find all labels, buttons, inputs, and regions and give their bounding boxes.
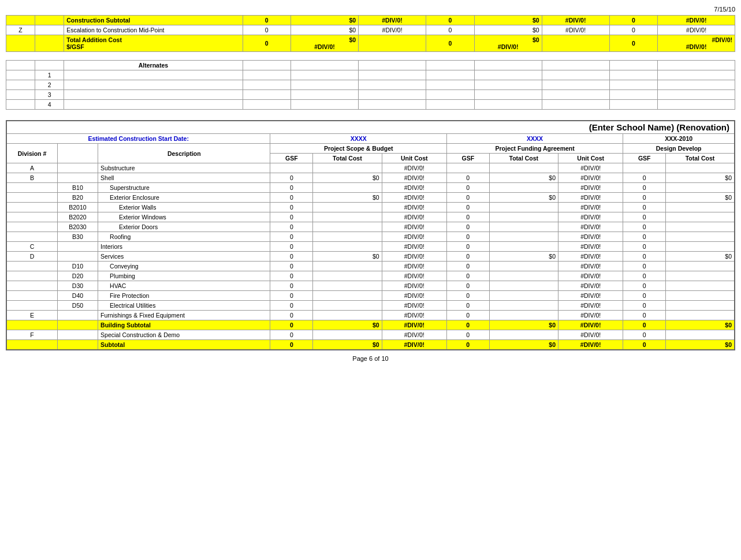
- gsf3-A: [623, 163, 666, 173]
- unit1-B20: #DIV/0!: [382, 193, 446, 203]
- unit2-B30: #DIV/0!: [558, 232, 623, 242]
- bs-total1: $0: [313, 320, 382, 330]
- cs-unit1: #DIV/0!: [359, 16, 426, 25]
- gsf2-B2010: 0: [446, 203, 489, 212]
- sub-D20: D20: [57, 271, 98, 281]
- unit1-B30: #DIV/0!: [382, 232, 446, 242]
- alternates-section: Alternates 1: [6, 60, 735, 110]
- total3-F: [666, 330, 735, 340]
- div-D: D: [6, 252, 57, 262]
- alt1-e5: [426, 70, 475, 80]
- div-C: C: [6, 242, 57, 252]
- div-E: E: [6, 311, 57, 320]
- bs-e1: [6, 320, 57, 330]
- unit1-E: #DIV/0!: [382, 311, 446, 320]
- total3-D: $0: [666, 252, 735, 262]
- bs-unit1: #DIV/0!: [382, 320, 446, 330]
- gsf3-header: GSF: [623, 154, 666, 163]
- esc-gsf1: 0: [243, 25, 291, 35]
- gsf1-B2020: 0: [270, 212, 313, 222]
- total2-D30: [489, 281, 558, 291]
- unit2-E: #DIV/0!: [558, 311, 623, 320]
- col3-group-header: Design Develop: [623, 144, 735, 154]
- esc-prefix: Z: [6, 25, 35, 35]
- alternates-table: Alternates 1: [6, 60, 735, 110]
- alt3-num: 3: [35, 90, 64, 100]
- col2-ref: XXXX: [446, 134, 623, 144]
- alt3-desc: [64, 90, 243, 100]
- div-B20: [6, 193, 57, 203]
- total2-B: $0: [489, 173, 558, 183]
- gsf2-D20: 0: [446, 271, 489, 281]
- total3-D10: [666, 262, 735, 271]
- label-D40: Fire Protection: [98, 291, 270, 301]
- row-B30: B30 Roofing 0 #DIV/0! 0 #DIV/0! 0: [6, 232, 735, 242]
- ta-gsf2: 0: [426, 35, 475, 52]
- alt2-num: 2: [35, 80, 64, 90]
- esc-total1: $0: [291, 25, 359, 35]
- total3-D40: [666, 291, 735, 301]
- ta-gsf-unit3: #DIV/0!: [660, 43, 732, 50]
- col2-group-header: Project Funding Agreement: [446, 144, 623, 154]
- total2-header: Total Cost: [489, 154, 558, 163]
- label-D20: Plumbing: [98, 271, 270, 281]
- sub-D50: D50: [57, 301, 98, 311]
- gsf2-E: 0: [446, 311, 489, 320]
- description-header: Description: [98, 144, 270, 163]
- ta-gsf3: 0: [609, 35, 658, 52]
- total3-B2020: [666, 212, 735, 222]
- total2-B2020: [489, 212, 558, 222]
- label-F: Special Construction & Demo: [98, 330, 270, 340]
- col3-ref: XXX-2010: [623, 134, 735, 144]
- unit2-D10: #DIV/0!: [558, 262, 623, 271]
- unit1-D20: #DIV/0!: [382, 271, 446, 281]
- row-D40: D40 Fire Protection 0 #DIV/0! 0 #DIV/0! …: [6, 291, 735, 301]
- total1-B30: [313, 232, 382, 242]
- alt-h-e10: [658, 61, 735, 70]
- alt-h-e6: [426, 61, 475, 70]
- st-e1: [6, 340, 57, 350]
- gsf1-D50: 0: [270, 301, 313, 311]
- alt4-e7: [542, 100, 609, 110]
- gsf3-B20: 0: [623, 193, 666, 203]
- gsf2-C: 0: [446, 242, 489, 252]
- group-header-row: Division # Description Project Scope & B…: [6, 144, 735, 154]
- bs-gsf3: 0: [623, 320, 666, 330]
- alt1-e1: [6, 70, 35, 80]
- gsf2-B2020: 0: [446, 212, 489, 222]
- alt-item-2: 2: [6, 80, 735, 90]
- esc-label: Escalation to Construction Mid-Point: [64, 25, 243, 35]
- row-D10: D10 Conveying 0 #DIV/0! 0 #DIV/0! 0: [6, 262, 735, 271]
- total3-B2010: [666, 203, 735, 212]
- alt4-e4: [359, 100, 426, 110]
- total1-D20: [313, 271, 382, 281]
- st-gsf3: 0: [623, 340, 666, 350]
- start-date-row: Estimated Construction Start Date: XXXX …: [6, 134, 735, 144]
- alt3-e8: [609, 90, 658, 100]
- gsf3-B10: 0: [623, 183, 666, 193]
- gsf1-A: [270, 163, 313, 173]
- div-B30: [6, 232, 57, 242]
- unit2-D: #DIV/0!: [558, 252, 623, 262]
- ta-gsf-label: $/GSF: [66, 43, 240, 50]
- ta-e3: [359, 35, 426, 52]
- unit2-B2020: #DIV/0!: [558, 212, 623, 222]
- gsf2-B20: 0: [446, 193, 489, 203]
- alt2-e4: [359, 80, 426, 90]
- alt4-desc: [64, 100, 243, 110]
- sub-B: [57, 173, 98, 183]
- gsf2-A: [446, 163, 489, 173]
- unit2-D50: #DIV/0!: [558, 301, 623, 311]
- total1-B2030: [313, 222, 382, 232]
- row-B: B Shell 0 $0 #DIV/0! 0 $0 #DIV/0! 0 $0: [6, 173, 735, 183]
- total1-D40: [313, 291, 382, 301]
- alt2-e8: [609, 80, 658, 90]
- total-addition-row: Total Addition Cost $/GSF 0 $0 #DIV/0! 0…: [6, 35, 735, 52]
- unit2-B20: #DIV/0!: [558, 193, 623, 203]
- total1-B10: [313, 183, 382, 193]
- alt-h-e1: [6, 61, 35, 70]
- esc-gsf2: 0: [426, 25, 475, 35]
- label-D50: Electrical Utilities: [98, 301, 270, 311]
- alt4-e3: [291, 100, 359, 110]
- total1-E: [313, 311, 382, 320]
